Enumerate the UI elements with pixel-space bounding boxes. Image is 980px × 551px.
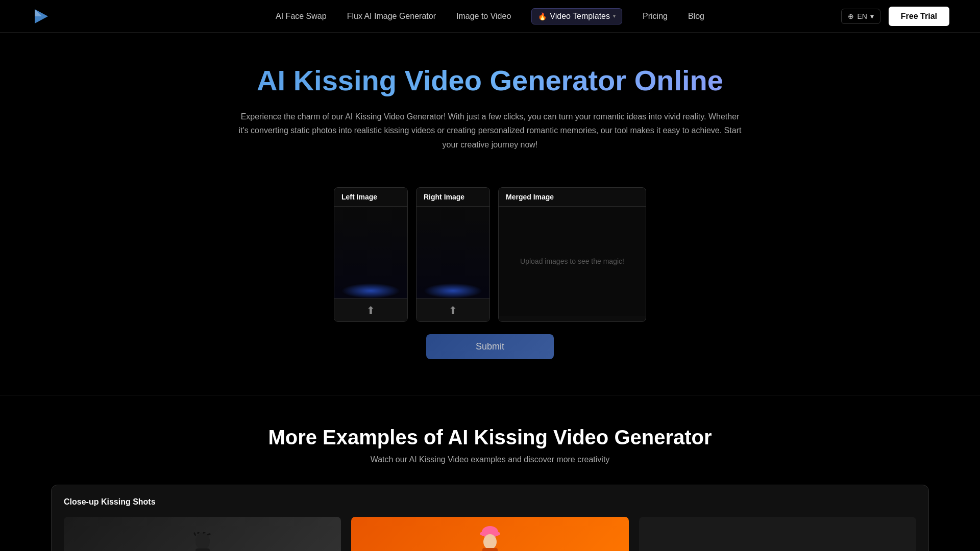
svg-point-2 [195, 533, 210, 550]
right-panel-content: ⬆ [416, 207, 489, 321]
nav-ai-face-swap[interactable]: AI Face Swap [276, 12, 327, 21]
examples-title: More Examples of AI Kissing Video Genera… [51, 426, 929, 449]
right-upload-button[interactable]: ⬆ [416, 298, 489, 321]
nav-video-templates-label: Video Templates [550, 12, 610, 21]
left-panel-content: ⬆ [334, 207, 407, 321]
nav-video-templates[interactable]: 🔥 Video Templates ▾ [531, 8, 622, 24]
globe-icon: ⊕ [848, 12, 854, 20]
left-image-panel: Left Image ⬆ [334, 187, 408, 322]
logo-icon [31, 6, 51, 27]
left-glow [341, 283, 400, 298]
submit-button[interactable]: Submit [426, 334, 554, 359]
right-image-panel: Right Image ⬆ [416, 187, 490, 322]
right-image-label: Right Image [416, 188, 489, 207]
svg-point-6 [483, 534, 497, 549]
right-image-area [416, 207, 489, 298]
main-nav: AI Face Swap Flux AI Image Generator Ima… [276, 8, 704, 24]
example-thumb-2[interactable] [351, 517, 628, 551]
merged-placeholder: Upload images to see the magic! [520, 257, 624, 265]
examples-subtitle: Watch our AI Kissing Video examples and … [51, 455, 929, 464]
nav-image-to-video[interactable]: Image to Video [456, 12, 511, 21]
merged-image-panel: Merged Image Upload images to see the ma… [498, 187, 646, 322]
upload-icon-right: ⬆ [449, 304, 457, 316]
nav-blog[interactable]: Blog [688, 12, 704, 21]
upload-icon-left: ⬆ [366, 304, 375, 316]
nav-flux-ai[interactable]: Flux AI Image Generator [347, 12, 436, 21]
svg-rect-7 [482, 548, 498, 551]
person-silhouette-2 [472, 519, 508, 551]
person-silhouette-1 [187, 532, 218, 551]
nav-pricing[interactable]: Pricing [643, 12, 668, 21]
free-trial-button[interactable]: Free Trial [889, 7, 949, 26]
left-upload-button[interactable]: ⬆ [334, 298, 407, 321]
svg-rect-3 [195, 548, 210, 551]
language-selector[interactable]: ⊕ EN ▾ [841, 9, 880, 24]
fire-icon: 🔥 [538, 12, 547, 20]
chevron-down-icon: ▾ [613, 13, 616, 19]
example-thumb-3[interactable] [639, 517, 916, 551]
merged-panel-content: Upload images to see the magic! [499, 207, 646, 316]
image-panels: Left Image ⬆ Right Image ⬆ [334, 187, 646, 322]
lang-label: EN [857, 12, 867, 20]
header: AI Face Swap Flux AI Image Generator Ima… [0, 0, 980, 33]
merged-image-label: Merged Image [499, 188, 646, 207]
upload-section: Left Image ⬆ Right Image ⬆ [0, 172, 980, 374]
examples-grid [64, 517, 916, 551]
examples-card: Close-up Kissing Shots [51, 485, 929, 551]
header-right: ⊕ EN ▾ Free Trial [841, 7, 949, 26]
hero-description: Experience the charm of our AI Kissing V… [235, 110, 745, 152]
right-glow [424, 283, 482, 298]
hero-section: AI Kissing Video Generator Online Experi… [0, 33, 980, 172]
left-image-area [334, 207, 407, 298]
example-thumb-1[interactable] [64, 517, 341, 551]
examples-section: More Examples of AI Kissing Video Genera… [0, 395, 980, 551]
examples-card-title: Close-up Kissing Shots [64, 497, 916, 507]
left-image-label: Left Image [334, 188, 407, 207]
logo[interactable] [31, 6, 51, 27]
lang-chevron-icon: ▾ [870, 12, 874, 20]
hero-title: AI Kissing Video Generator Online [10, 63, 970, 97]
